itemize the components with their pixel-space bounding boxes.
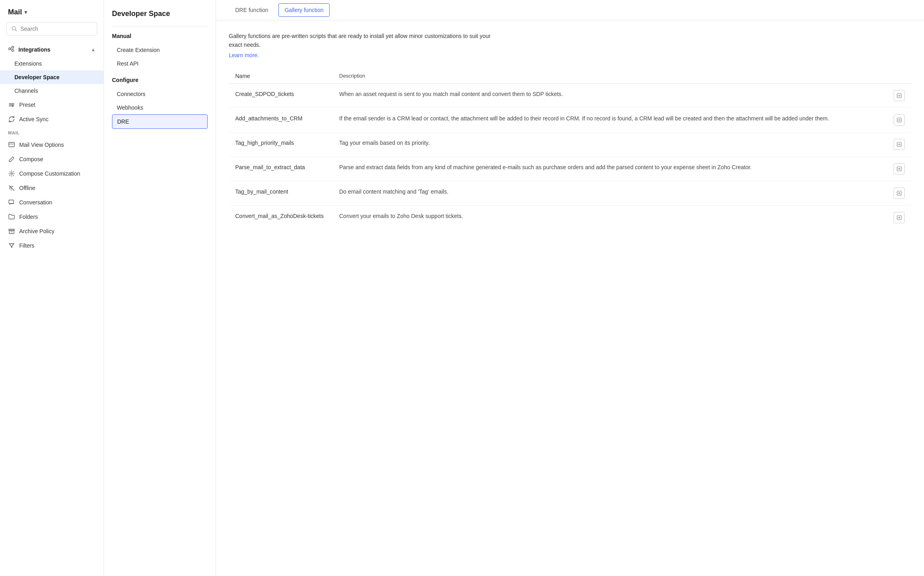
- table-cell-name: Create_SDPOD_tickets: [229, 83, 333, 108]
- tabs-bar: DRE function Gallery function: [216, 0, 924, 20]
- add-function-button[interactable]: [894, 163, 905, 174]
- middle-divider: [112, 26, 208, 26]
- archive-policy-label: Archive Policy: [19, 228, 54, 234]
- table-header-description: Description: [333, 70, 887, 84]
- middle-panel-title: Developer Space: [112, 10, 208, 18]
- compose-label: Compose: [19, 156, 43, 162]
- folders-icon: [8, 213, 15, 220]
- mid-nav-create-extension[interactable]: Create Extension: [112, 43, 208, 57]
- sidebar-item-preset[interactable]: Preset: [0, 98, 104, 112]
- svg-line-6: [11, 49, 12, 50]
- table-cell-description: When an asset request is sent to you mat…: [333, 83, 887, 108]
- svg-line-1: [15, 30, 16, 31]
- table-row: Convert_mail_as_ZohoDesk-ticketsConvert …: [229, 205, 911, 230]
- svg-line-5: [11, 48, 12, 48]
- compose-icon: [8, 156, 15, 163]
- integrations-chevron-icon: ▲: [91, 47, 96, 52]
- svg-point-3: [12, 46, 14, 48]
- developer-space-label: Developer Space: [14, 74, 60, 80]
- table-cell-description: Tag your emails based on its priority.: [333, 132, 887, 156]
- archive-policy-icon: [8, 228, 15, 235]
- tab-dre-function[interactable]: DRE function: [228, 0, 275, 20]
- left-sidebar: Mail ▾ Integrations ▲ Extensions: [0, 0, 104, 576]
- offline-label: Offline: [19, 185, 35, 191]
- add-icon: [896, 166, 902, 172]
- active-sync-icon: [8, 116, 15, 123]
- svg-rect-16: [9, 200, 14, 204]
- app-title: Mail: [8, 8, 22, 16]
- filters-label: Filters: [19, 242, 34, 249]
- mail-view-options-label: Mail View Options: [19, 142, 64, 148]
- table-cell-description: Do email content matching and 'Tag' emai…: [333, 181, 887, 205]
- compose-customization-icon: [8, 170, 15, 177]
- app-header[interactable]: Mail ▾: [0, 0, 104, 22]
- sidebar-item-offline[interactable]: Offline: [0, 181, 104, 195]
- sidebar-item-compose[interactable]: Compose: [0, 152, 104, 166]
- add-function-button[interactable]: [894, 90, 905, 101]
- learn-more-link[interactable]: Learn more.: [229, 52, 259, 58]
- table-row: Create_SDPOD_ticketsWhen an asset reques…: [229, 83, 911, 108]
- search-input[interactable]: [20, 26, 92, 32]
- add-function-button[interactable]: [894, 212, 905, 223]
- table-cell-name: Parse_mail_to_extract_data: [229, 156, 333, 181]
- table-cell-action: [887, 181, 911, 205]
- sidebar-item-mail-view-options[interactable]: Mail View Options: [0, 138, 104, 152]
- add-icon: [896, 117, 902, 123]
- svg-point-13: [11, 173, 12, 174]
- gallery-table: Name Description Create_SDPOD_ticketsWhe…: [229, 70, 911, 230]
- compose-customization-label: Compose Customization: [19, 170, 80, 177]
- sidebar-item-channels[interactable]: Channels: [0, 84, 104, 98]
- table-cell-name: Tag_by_mail_content: [229, 181, 333, 205]
- svg-point-10: [12, 106, 14, 107]
- manual-section-heading: Manual: [112, 33, 208, 39]
- middle-panel: Developer Space Manual Create Extension …: [104, 0, 216, 576]
- integrations-group-header[interactable]: Integrations ▲: [0, 42, 104, 57]
- add-function-button[interactable]: [894, 114, 905, 126]
- table-cell-action: [887, 83, 911, 108]
- tab-gallery-function[interactable]: Gallery function: [278, 3, 329, 17]
- mid-nav-webhooks[interactable]: Webhooks: [112, 101, 208, 114]
- table-cell-action: [887, 156, 911, 181]
- add-function-button[interactable]: [894, 139, 905, 150]
- add-icon: [896, 142, 902, 147]
- table-cell-name: Convert_mail_as_ZohoDesk-tickets: [229, 205, 333, 230]
- table-cell-name: Tag_high_priority_mails: [229, 132, 333, 156]
- table-cell-description: Parse and extract data fields from any k…: [333, 156, 887, 181]
- integrations-label: Integrations: [18, 46, 50, 53]
- table-cell-description: Convert your emails to Zoho Desk support…: [333, 205, 887, 230]
- mid-nav-rest-api[interactable]: Rest API: [112, 57, 208, 70]
- app-chevron: ▾: [24, 9, 27, 15]
- extensions-label: Extensions: [14, 60, 42, 67]
- sidebar-item-archive-policy[interactable]: Archive Policy: [0, 224, 104, 238]
- sidebar-item-folders[interactable]: Folders: [0, 210, 104, 224]
- table-cell-action: [887, 205, 911, 230]
- integrations-icon: [8, 46, 14, 53]
- preset-icon: [8, 101, 15, 108]
- add-icon: [896, 190, 902, 196]
- conversation-icon: [8, 199, 15, 206]
- folders-label: Folders: [19, 214, 38, 220]
- table-cell-description: If the email sender is a CRM lead or con…: [333, 108, 887, 132]
- mid-nav-connectors[interactable]: Connectors: [112, 87, 208, 101]
- sidebar-item-filters[interactable]: Filters: [0, 238, 104, 253]
- table-row: Tag_by_mail_contentDo email content matc…: [229, 181, 911, 205]
- search-icon: [12, 26, 17, 32]
- add-icon: [896, 93, 902, 98]
- main-content: DRE function Gallery function Gallery fu…: [216, 0, 924, 576]
- search-box[interactable]: [6, 22, 97, 36]
- channels-label: Channels: [14, 88, 38, 94]
- mid-nav-dre[interactable]: DRE: [112, 114, 208, 129]
- configure-section-heading: Configure: [112, 77, 208, 83]
- sidebar-item-conversation[interactable]: Conversation: [0, 195, 104, 210]
- table-row: Parse_mail_to_extract_dataParse and extr…: [229, 156, 911, 181]
- offline-icon: [8, 184, 15, 192]
- add-function-button[interactable]: [894, 188, 905, 199]
- mail-view-options-icon: [8, 141, 15, 148]
- sidebar-item-compose-customization[interactable]: Compose Customization: [0, 166, 104, 181]
- gallery-description: Gallery functions are pre-written script…: [229, 32, 501, 50]
- sidebar-item-developer-space[interactable]: Developer Space: [0, 70, 104, 84]
- gallery-content-area: Gallery functions are pre-written script…: [216, 20, 924, 241]
- sidebar-item-extensions[interactable]: Extensions: [0, 57, 104, 70]
- sidebar-item-active-sync[interactable]: Active Sync: [0, 112, 104, 126]
- filters-icon: [8, 242, 15, 249]
